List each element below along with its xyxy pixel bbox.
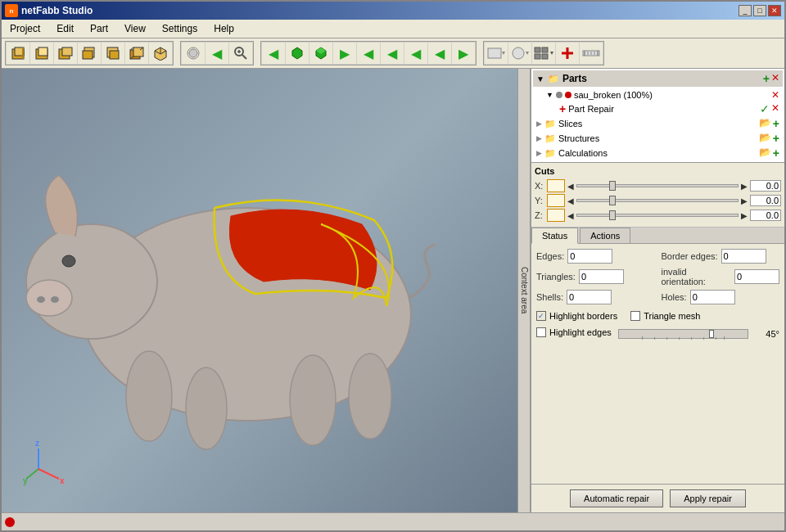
- tab-status[interactable]: Status: [531, 228, 578, 244]
- triangles-value[interactable]: [579, 269, 624, 284]
- grid-btn[interactable]: [532, 43, 555, 64]
- checkbox-row-2: Highlight edges: [536, 327, 779, 340]
- cut-y-box[interactable]: [547, 194, 565, 207]
- highlight-edges-checkbox[interactable]: [536, 327, 546, 337]
- menu-view[interactable]: View: [120, 21, 151, 36]
- cube-front-btn[interactable]: [7, 43, 29, 64]
- slices-open-btn[interactable]: 📂: [759, 117, 771, 130]
- dropdown2-btn[interactable]: [508, 43, 531, 64]
- svg-rect-36: [542, 54, 548, 59]
- nav-left-btn[interactable]: ◀: [262, 43, 285, 64]
- parts-tree: ▼ 📁 Parts + ✕ ▼ sau_broken (100%) ✕: [531, 69, 784, 163]
- cut-x-slider[interactable]: [576, 180, 739, 192]
- cut-y-left-arrow[interactable]: ◀: [567, 196, 574, 205]
- cube-bottom-btn[interactable]: [102, 43, 124, 64]
- slices-folder-icon: 📁: [544, 119, 556, 129]
- structures-open-btn[interactable]: 📂: [759, 132, 771, 145]
- parts-del-btn[interactable]: ✕: [771, 72, 779, 85]
- context-area-tab[interactable]: Context area: [517, 69, 531, 512]
- close-button[interactable]: ✕: [768, 5, 781, 16]
- tri-add-btn[interactable]: ▶: [333, 43, 356, 64]
- svg-text:y: y: [23, 476, 28, 485]
- part-error-dot: [565, 92, 571, 98]
- shells-row: Shells:: [536, 290, 655, 304]
- slices-add-btn[interactable]: +: [773, 117, 779, 130]
- cut-y-slider[interactable]: [576, 195, 739, 206]
- structures-label: Structures: [558, 133, 599, 143]
- menu-project[interactable]: Project: [5, 21, 45, 36]
- maximize-button[interactable]: □: [753, 5, 766, 16]
- invalid-orientation-value[interactable]: [734, 269, 779, 284]
- cut-y-right-arrow[interactable]: ▶: [741, 196, 748, 205]
- cube-left-btn[interactable]: [78, 43, 101, 64]
- edges-label: Edges:: [536, 251, 564, 261]
- hex-btn[interactable]: [286, 43, 309, 64]
- cut-z-slider[interactable]: [576, 210, 739, 221]
- cube-right-btn[interactable]: [54, 43, 77, 64]
- cut-z-left-arrow[interactable]: ◀: [567, 211, 574, 220]
- repair-check-icon[interactable]: ✓: [760, 102, 770, 115]
- up-btn[interactable]: ◀: [428, 43, 451, 64]
- zoom-btn[interactable]: [229, 43, 252, 64]
- back-btn[interactable]: ◀: [357, 43, 380, 64]
- invalid-orientation-row: invalid orientation:: [662, 267, 780, 286]
- parts-add-btn[interactable]: +: [763, 72, 770, 85]
- calculations-item[interactable]: ▶ 📁 Calculations 📂 +: [533, 146, 783, 160]
- main-window: n netFabb Studio _ □ ✕ Project Edit Part…: [0, 0, 786, 532]
- cut-x-value[interactable]: [750, 180, 781, 192]
- app-icon: n: [5, 4, 18, 17]
- calculations-add-btn[interactable]: +: [773, 147, 779, 160]
- title-bar: n netFabb Studio _ □ ✕: [2, 2, 784, 20]
- slices-item[interactable]: ▶ 📁 Slices 📂 +: [533, 116, 783, 131]
- arrow-left-btn[interactable]: ◀: [206, 43, 228, 64]
- dropdown1-btn[interactable]: [485, 43, 508, 64]
- box-add-btn[interactable]: [309, 43, 332, 64]
- right-btn[interactable]: ▶: [452, 43, 475, 64]
- repair-add-icon: +: [559, 102, 566, 115]
- edges-value[interactable]: [567, 249, 612, 264]
- parts-folder-icon: 📁: [548, 74, 559, 84]
- structures-expand-icon: ▶: [536, 134, 542, 142]
- part-close-btn[interactable]: ✕: [771, 89, 779, 101]
- cut-z-value[interactable]: [750, 210, 781, 221]
- calculations-open-btn[interactable]: 📂: [759, 147, 771, 160]
- shells-value[interactable]: [567, 290, 612, 304]
- cube-persp-btn[interactable]: [125, 43, 148, 64]
- minimize-button[interactable]: _: [739, 5, 752, 16]
- menu-help[interactable]: Help: [209, 21, 239, 36]
- automatic-repair-btn[interactable]: Automatic repair: [570, 489, 663, 507]
- down-btn[interactable]: ◀: [404, 43, 427, 64]
- angle-slider-track[interactable]: [618, 329, 748, 339]
- menu-part[interactable]: Part: [85, 21, 113, 36]
- highlight-borders-checkbox[interactable]: [536, 311, 546, 321]
- repair-del-btn[interactable]: ✕: [771, 102, 779, 115]
- fwd-btn[interactable]: ◀: [381, 43, 404, 64]
- part-sau-broken-item[interactable]: ▼ sau_broken (100%) ✕: [533, 88, 783, 101]
- triangle-mesh-checkbox[interactable]: [630, 311, 640, 321]
- highlight-borders-row: Highlight borders: [536, 311, 617, 321]
- cut-z-box[interactable]: [547, 209, 565, 222]
- menu-settings[interactable]: Settings: [157, 21, 202, 36]
- part-repair-item[interactable]: + Part Repair ✓ ✕: [533, 101, 783, 116]
- cut-z-right-arrow[interactable]: ▶: [741, 211, 748, 220]
- cut-y-value[interactable]: [750, 195, 781, 206]
- measure-btn[interactable]: [580, 43, 603, 64]
- holes-value[interactable]: [690, 290, 735, 304]
- menu-edit[interactable]: Edit: [52, 21, 79, 36]
- parts-title: Parts: [562, 73, 587, 84]
- sphere-view-btn[interactable]: [182, 43, 205, 64]
- tab-actions[interactable]: Actions: [580, 228, 630, 243]
- cube-top-btn[interactable]: [30, 43, 53, 64]
- cut-x-box[interactable]: [547, 179, 565, 192]
- structures-item[interactable]: ▶ 📁 Structures 📂 +: [533, 131, 783, 146]
- add-btn[interactable]: [556, 43, 579, 64]
- apply-repair-btn[interactable]: Apply repair: [670, 489, 746, 507]
- border-edges-value[interactable]: [721, 249, 766, 264]
- viewport[interactable]: z y x: [2, 69, 517, 512]
- invalid-orientation-label: invalid orientation:: [662, 267, 732, 286]
- slices-actions: 📂 +: [759, 117, 779, 130]
- cut-x-left-arrow[interactable]: ◀: [567, 182, 574, 191]
- cut-x-right-arrow[interactable]: ▶: [741, 182, 748, 191]
- structures-add-btn[interactable]: +: [773, 132, 779, 145]
- cube-iso-btn[interactable]: [149, 43, 172, 64]
